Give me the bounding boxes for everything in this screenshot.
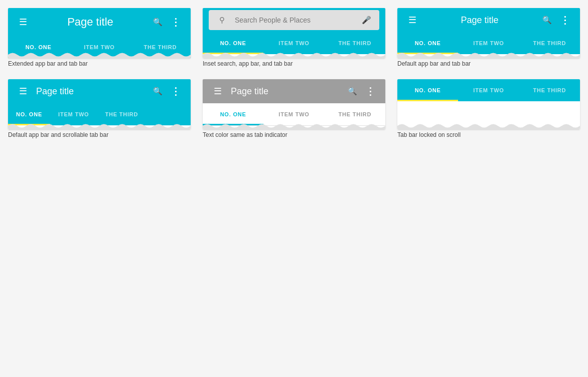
card3-wavy	[397, 51, 580, 58]
card2-search-icon: ⚲	[213, 11, 231, 29]
card1: Page title NO. ONE ITEM TWO THE THIRD	[8, 8, 191, 58]
card1-more-icon[interactable]	[167, 13, 185, 31]
card6-caption: Tab bar locked on scroll	[397, 129, 580, 138]
card6-tabbar: NO. ONE ITEM TWO THE THIRD	[397, 79, 580, 101]
card6-tab-1[interactable]: ITEM TWO	[458, 79, 519, 101]
card4-menu-icon[interactable]	[14, 82, 32, 100]
card6-tab-2[interactable]: THE THIRD	[519, 79, 580, 101]
card3-more-icon[interactable]	[556, 11, 574, 29]
card3: Page title NO. ONE ITEM TWO The Third	[397, 8, 580, 58]
card4-appbar: Page title NO. ONE ITEM TWO THE THIRD	[8, 79, 191, 125]
card6-cell: NO. ONE ITEM TWO THE THIRD Tab bar locke…	[393, 75, 584, 142]
card5-caption: Text color same as tab indicator	[203, 129, 385, 138]
card4: Page title NO. ONE ITEM TWO THE THIRD	[8, 79, 191, 129]
card2-content	[203, 54, 385, 58]
card1-appbar-row: Page title	[8, 8, 191, 36]
card1-caption: Extended app bar and tab bar	[8, 58, 191, 67]
card3-appbar-row: Page title	[397, 8, 580, 32]
card4-content	[8, 125, 191, 129]
card1-menu-icon[interactable]	[14, 13, 32, 31]
card1-appbar: Page title NO. ONE ITEM TWO THE THIRD	[8, 8, 191, 58]
card4-more-icon[interactable]	[167, 82, 185, 100]
card5-appbar: Page title	[203, 79, 385, 103]
card5-search-icon[interactable]	[343, 82, 361, 100]
card2-appbar: ⚲ Search People & Places 🎤 NO. ONE ITEM …	[203, 8, 385, 54]
card3-content	[397, 54, 580, 58]
card5-cell: Page title NO. ONE ITEM TWO THE THIRD Te…	[199, 75, 389, 142]
card3-title: Page title	[421, 15, 538, 26]
card1-cell: Page title NO. ONE ITEM TWO THE THIRD	[4, 4, 195, 71]
card5: Page title NO. ONE ITEM TWO THE THIRD	[203, 79, 385, 129]
card5-more-icon[interactable]	[361, 82, 379, 100]
main-grid: Page title NO. ONE ITEM TWO THE THIRD	[0, 0, 588, 146]
card4-caption: Default app bar and scrollable tab bar	[8, 129, 191, 138]
card2-wavy	[203, 51, 385, 58]
card4-title: Page title	[36, 86, 149, 97]
card2-searchbar[interactable]: ⚲ Search People & Places 🎤	[209, 10, 379, 30]
card2-caption: Inset search, app bar, and tab bar	[203, 58, 385, 67]
card2-search-text: Search People & Places	[235, 16, 353, 24]
card4-appbar-row: Page title	[8, 79, 191, 103]
card1-search-icon[interactable]	[149, 13, 167, 31]
card2: ⚲ Search People & Places 🎤 NO. ONE ITEM …	[203, 8, 385, 58]
card3-cell: Page title NO. ONE ITEM TWO The Third	[393, 4, 584, 71]
card5-appbar-row: Page title	[203, 79, 385, 103]
card2-cell: ⚲ Search People & Places 🎤 NO. ONE ITEM …	[199, 4, 389, 71]
card6: NO. ONE ITEM TWO THE THIRD	[397, 79, 580, 129]
card4-search-icon[interactable]	[149, 82, 167, 100]
card5-menu-icon[interactable]	[209, 82, 227, 100]
card6-tab-0[interactable]: NO. ONE	[397, 79, 458, 101]
card3-menu-icon[interactable]	[403, 11, 421, 29]
card3-search-icon[interactable]	[538, 11, 556, 29]
card5-content	[203, 126, 385, 129]
card2-mic-icon[interactable]: 🎤	[357, 11, 375, 29]
card3-appbar: Page title NO. ONE ITEM TWO The Third	[397, 8, 580, 54]
card2-search-row: ⚲ Search People & Places 🎤	[203, 8, 385, 32]
card3-caption: Default app bar and tab bar	[397, 58, 580, 67]
card1-title: Page title	[32, 16, 149, 29]
card6-content	[397, 101, 580, 129]
card1-wavy	[8, 51, 191, 58]
card5-title: Page title	[231, 86, 343, 97]
card4-wavy	[8, 122, 191, 129]
card6-wavy	[397, 122, 580, 129]
card4-cell: Page title NO. ONE ITEM TWO THE THIRD	[4, 75, 195, 142]
card5-wavy	[203, 122, 385, 129]
